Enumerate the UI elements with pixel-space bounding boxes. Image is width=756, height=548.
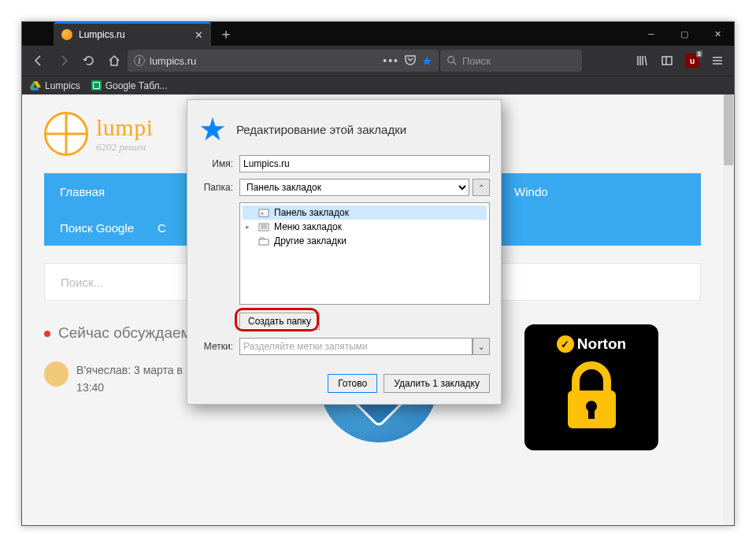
- window-controls: ─ ▢ ✕: [635, 22, 734, 46]
- tab-favicon: [61, 29, 72, 40]
- close-tab-icon[interactable]: ✕: [195, 29, 203, 41]
- url-text: lumpics.ru: [150, 55, 196, 67]
- svg-rect-5: [588, 406, 595, 419]
- discuss-widget: Сейчас обсуждаем В'ячеслав: 3 марта в 13…: [44, 324, 209, 397]
- gsheets-icon: [91, 80, 102, 91]
- check-icon: ✓: [557, 335, 574, 353]
- tags-expand-button[interactable]: ⌄: [472, 338, 490, 355]
- bookmark-edit-popup: ★ Редактирование этой закладки Имя: Папк…: [187, 99, 502, 405]
- svg-rect-1: [662, 57, 672, 65]
- scrollbar[interactable]: [723, 94, 734, 525]
- star-icon: ★: [198, 111, 227, 147]
- new-folder-button[interactable]: Создать папку: [239, 313, 320, 330]
- label-folder: Папка:: [198, 179, 233, 193]
- toolbar-right: u3: [630, 49, 729, 72]
- discuss-item[interactable]: В'ячеслав: 3 марта в 13:40: [44, 361, 209, 397]
- reload-button[interactable]: [77, 49, 101, 72]
- lock-icon: [558, 361, 625, 431]
- bookmarks-bar: Lumpics Google Табл...: [22, 76, 734, 94]
- nav-c[interactable]: С: [158, 221, 166, 235]
- back-button[interactable]: [27, 49, 50, 72]
- label-tags: Метки:: [198, 338, 233, 352]
- tab-title: Lumpics.ru: [79, 29, 125, 40]
- url-bar[interactable]: i lumpics.ru ••• ★: [128, 50, 439, 72]
- titlebar: Lumpics.ru ✕ ＋ ─ ▢ ✕: [22, 22, 734, 46]
- pocket-icon[interactable]: [404, 54, 417, 68]
- maximize-button[interactable]: ▢: [668, 22, 701, 46]
- site-brand: lumpi: [96, 114, 154, 141]
- toolbar: i lumpics.ru ••• ★ Поиск u3: [22, 46, 734, 76]
- collapse-tree-button[interactable]: ⌃: [472, 179, 490, 196]
- nav-windows[interactable]: Windo: [514, 185, 548, 198]
- remove-bookmark-button[interactable]: Удалить 1 закладку: [384, 374, 490, 393]
- ublock-badge: 3: [696, 50, 702, 57]
- menu-button[interactable]: [706, 49, 729, 72]
- discuss-title: Сейчас обсуждаем: [44, 324, 209, 342]
- browser-window: Lumpics.ru ✕ ＋ ─ ▢ ✕ i lumpics.ru ••• ★ …: [21, 21, 735, 526]
- tree-item-menu[interactable]: ▸Меню закладок: [243, 220, 487, 234]
- nav-google-search[interactable]: Поиск Google: [60, 221, 134, 235]
- folder-select[interactable]: Панель закладок: [239, 179, 469, 196]
- close-window-button[interactable]: ✕: [701, 22, 734, 46]
- library-button[interactable]: [630, 49, 654, 72]
- gdrive-icon: [30, 81, 41, 91]
- svg-rect-6: [259, 209, 269, 217]
- info-icon[interactable]: i: [134, 55, 145, 66]
- sidebar-button[interactable]: [655, 49, 679, 72]
- new-tab-button[interactable]: ＋: [211, 24, 241, 43]
- bookmark-name-input[interactable]: [239, 155, 490, 172]
- tab-lumpics[interactable]: Lumpics.ru ✕: [54, 22, 211, 46]
- ublock-button[interactable]: u3: [680, 49, 704, 72]
- label-name: Имя:: [198, 155, 233, 169]
- nav-home[interactable]: Главная: [60, 185, 105, 198]
- home-button[interactable]: [102, 49, 126, 72]
- tree-item-other[interactable]: Другие закладки: [243, 234, 487, 248]
- bookmark-item-lumpics[interactable]: Lumpics: [30, 80, 80, 91]
- forward-button[interactable]: [52, 49, 76, 72]
- minimize-button[interactable]: ─: [635, 22, 668, 46]
- tags-input[interactable]: [239, 338, 472, 355]
- search-placeholder: Поиск: [462, 55, 491, 67]
- popup-title: Редактирование этой закладки: [236, 123, 406, 136]
- bookmark-star-icon[interactable]: ★: [421, 54, 432, 68]
- card-norton[interactable]: ✓ Norton: [524, 324, 658, 450]
- search-bar[interactable]: Поиск: [440, 50, 582, 72]
- site-tagline: 6202 решен: [96, 141, 154, 154]
- page-actions-icon[interactable]: •••: [383, 54, 399, 67]
- svg-point-0: [448, 57, 454, 63]
- folder-tree[interactable]: Панель закладок ▸Меню закладок Другие за…: [239, 202, 490, 305]
- done-button[interactable]: Готово: [328, 374, 377, 393]
- scrollbar-thumb[interactable]: [724, 94, 733, 165]
- logo-mark-icon: [44, 112, 88, 156]
- search-icon: [447, 55, 458, 66]
- avatar: [44, 361, 69, 387]
- tree-item-toolbar[interactable]: Панель закладок: [243, 206, 487, 220]
- bookmark-item-gsheets[interactable]: Google Табл...: [91, 80, 168, 91]
